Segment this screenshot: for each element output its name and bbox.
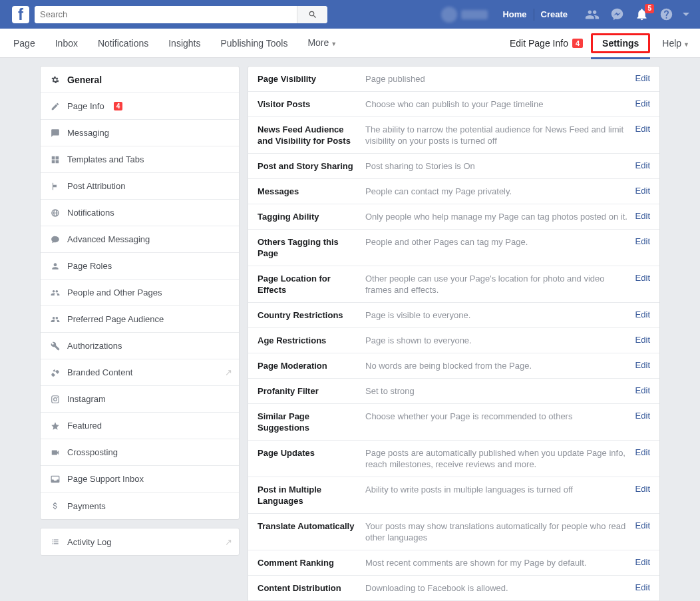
nav-page[interactable]: Page: [4, 29, 45, 58]
setting-row: Age RestrictionsPage is shown to everyon…: [248, 328, 659, 353]
messenger-icon[interactable]: [610, 7, 624, 21]
setting-row: Others Tagging this PagePeople and other…: [248, 230, 659, 266]
account-dropdown-caret-icon[interactable]: [683, 13, 689, 16]
notifications-icon[interactable]: 5: [635, 7, 649, 21]
setting-row: Profanity FilterSet to strongEdit: [248, 379, 659, 404]
profile-picture[interactable]: [441, 7, 457, 23]
edit-link[interactable]: Edit: [635, 484, 650, 494]
sidebar-item-page-support-inbox[interactable]: Page Support Inbox: [41, 466, 239, 493]
sidebar-item-crossposting[interactable]: Crossposting: [41, 439, 239, 466]
sidebar-item-authorizations[interactable]: Authorizations: [41, 333, 239, 359]
sidebar-item-label: Payments: [67, 501, 106, 511]
wrench-icon: [50, 341, 61, 351]
edit-link[interactable]: Edit: [635, 385, 650, 395]
edit-link[interactable]: Edit: [635, 73, 650, 83]
sidebar-item-general[interactable]: General: [41, 67, 239, 93]
sidebar-item-payments[interactable]: Payments: [41, 493, 239, 519]
sidebar-item-post-attribution[interactable]: Post Attribution: [41, 173, 239, 200]
sidebar-item-preferred-page-audience[interactable]: Preferred Page Audience: [41, 306, 239, 333]
sidebar-item-label: Activity Log: [67, 537, 111, 547]
speech-icon: [50, 128, 61, 138]
setting-label: Messages: [258, 186, 365, 197]
people-icon: [50, 315, 61, 324]
edit-link[interactable]: Edit: [635, 273, 650, 283]
settings-list: Page VisibilityPage publishedEditVisitor…: [248, 66, 660, 601]
external-arrow-icon: ↗: [225, 537, 232, 547]
sidebar-item-advanced-messaging[interactable]: Advanced Messaging: [41, 226, 239, 253]
sidebar-item-label: Featured: [67, 421, 102, 431]
video-icon: [50, 448, 61, 457]
sidebar-item-people-and-other-pages[interactable]: People and Other Pages: [41, 280, 239, 306]
edit-link[interactable]: Edit: [635, 186, 650, 196]
setting-row: Tagging AbilityOnly people who help mana…: [248, 204, 659, 230]
sidebar-item-featured[interactable]: Featured: [41, 413, 239, 439]
settings-sidebar: GeneralPage Info4MessagingTemplates and …: [40, 66, 240, 601]
setting-row: Page VisibilityPage publishedEdit: [248, 67, 659, 92]
edit-link[interactable]: Edit: [635, 520, 650, 530]
sidebar-item-activity-log[interactable]: Activity Log ↗: [41, 528, 239, 555]
grid-icon: [50, 155, 61, 164]
setting-description: Most recent comments are shown for my Pa…: [365, 557, 635, 568]
setting-row: Content DistributionDownloading to Faceb…: [248, 576, 659, 601]
setting-description: Page is shown to everyone.: [365, 335, 635, 346]
sidebar-item-label: Advanced Messaging: [67, 234, 150, 244]
chevron-down-icon: ▼: [683, 41, 689, 48]
profile-name[interactable]: [461, 10, 488, 19]
sidebar-item-label: Branded Content: [67, 367, 132, 377]
sidebar-item-label: Templates and Tabs: [67, 154, 144, 164]
sidebar-item-page-info[interactable]: Page Info4: [41, 93, 239, 120]
edit-link[interactable]: Edit: [635, 582, 650, 592]
sidebar-item-instagram[interactable]: Instagram: [41, 386, 239, 413]
edit-link[interactable]: Edit: [635, 99, 650, 108]
edit-link[interactable]: Edit: [635, 360, 650, 370]
help-icon[interactable]: [659, 7, 673, 21]
nav-inbox[interactable]: Inbox: [46, 29, 87, 58]
search-input[interactable]: [35, 6, 297, 23]
sidebar-item-label: Messaging: [67, 128, 109, 138]
edit-link[interactable]: Edit: [635, 447, 650, 457]
sidebar-item-messaging[interactable]: Messaging: [41, 120, 239, 146]
setting-label: Translate Automatically: [258, 520, 365, 532]
sidebar-item-label: People and Other Pages: [67, 288, 162, 298]
edit-page-info-button[interactable]: Edit Page Info 4: [507, 38, 586, 49]
setting-row: Page Location for EffectsOther people ca…: [248, 266, 659, 303]
setting-label: Post in Multiple Languages: [258, 484, 365, 506]
edit-link[interactable]: Edit: [635, 236, 650, 246]
edit-link[interactable]: Edit: [635, 335, 650, 345]
edit-link[interactable]: Edit: [635, 411, 650, 421]
help-tab[interactable]: Help▼: [655, 38, 696, 49]
nav-publishing-tools[interactable]: Publishing Tools: [211, 29, 297, 58]
sidebar-item-notifications[interactable]: Notifications: [41, 200, 239, 226]
search-container: [35, 6, 327, 23]
sidebar-item-label: Page Roles: [67, 261, 112, 271]
setting-label: Profanity Filter: [258, 385, 365, 397]
setting-row: Page UpdatesPage posts are automatically…: [248, 441, 659, 477]
setting-description: Only people who help manage my Page can …: [365, 211, 635, 222]
nav-insights[interactable]: Insights: [159, 29, 210, 58]
setting-description: Ability to write posts in multiple langu…: [365, 484, 635, 495]
facebook-logo-icon[interactable]: f: [12, 6, 29, 23]
search-button[interactable]: [297, 6, 327, 23]
edit-link[interactable]: Edit: [635, 211, 650, 221]
edit-link[interactable]: Edit: [635, 124, 650, 134]
dollar-icon: [50, 501, 61, 510]
edit-link[interactable]: Edit: [635, 160, 650, 170]
sidebar-item-branded-content[interactable]: Branded Content↗: [41, 359, 239, 386]
sidebar-item-page-roles[interactable]: Page Roles: [41, 253, 239, 280]
setting-label: Post and Story Sharing: [258, 160, 365, 172]
nav-more[interactable]: More▼: [298, 28, 346, 59]
nav-notifications[interactable]: Notifications: [88, 29, 158, 58]
setting-row: Country RestrictionsPage is visible to e…: [248, 303, 659, 328]
sidebar-item-label: Crossposting: [67, 447, 118, 457]
setting-label: Comment Ranking: [258, 557, 365, 568]
sidebar-item-templates-and-tabs[interactable]: Templates and Tabs: [41, 146, 239, 173]
edit-link[interactable]: Edit: [635, 309, 650, 319]
home-link[interactable]: Home: [496, 0, 533, 29]
create-link[interactable]: Create: [534, 0, 574, 29]
setting-description: Choose whether your Page is recommended …: [365, 411, 635, 422]
search-icon: [308, 10, 317, 19]
settings-tab[interactable]: Settings: [591, 33, 650, 53]
edit-link[interactable]: Edit: [635, 557, 650, 567]
friends-icon[interactable]: [585, 7, 600, 22]
setting-description: Page posts are automatically published w…: [365, 447, 635, 470]
